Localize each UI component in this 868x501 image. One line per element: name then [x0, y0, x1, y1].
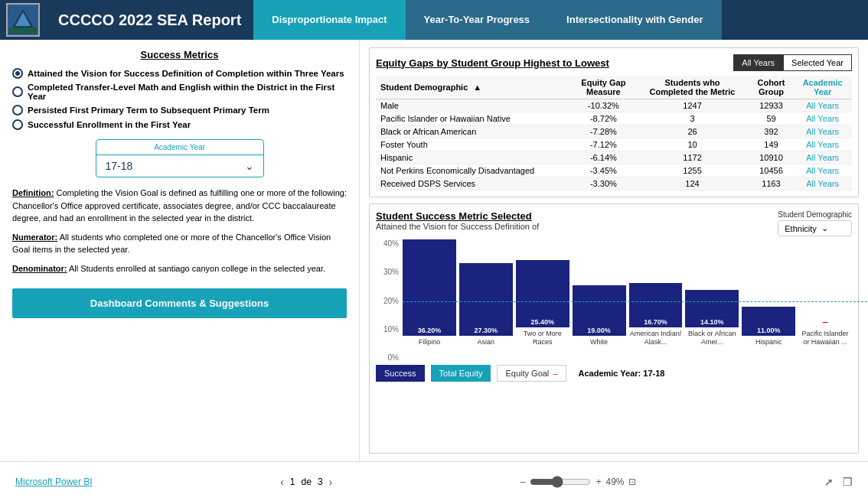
cell-cohort: 149: [749, 138, 794, 151]
fit-screen-icon[interactable]: ⊡: [628, 477, 636, 487]
cell-demographic: Not Perkins Economically Disadvantaged: [376, 164, 571, 177]
cell-students: 3: [635, 112, 749, 125]
share-icon[interactable]: ➚: [824, 476, 834, 488]
tab-disproportionate[interactable]: Disproportionate Impact: [253, 0, 405, 40]
cell-demographic: Black or African American: [376, 125, 571, 138]
equity-goal-legend-button[interactable]: Equity Goal –: [497, 365, 566, 382]
bar: 27.30%: [459, 263, 513, 337]
bar-value-label: 16.70%: [629, 318, 683, 326]
radio-circle-1[interactable]: [12, 68, 23, 79]
numerator-label: Numerator:: [12, 233, 57, 242]
cell-demographic: Hispanic: [376, 151, 571, 164]
definition-label: Definition:: [12, 188, 54, 197]
bar-x-label: Pacific Islander or Hawaiian ...: [798, 330, 852, 346]
bar: 16.70%: [629, 283, 683, 327]
cell-students: 10: [635, 138, 749, 151]
bar-value-label: 14.10%: [685, 318, 739, 326]
expand-icon[interactable]: ❐: [843, 476, 853, 488]
y-label-10: 10%: [376, 325, 399, 333]
bar: 19.00%: [573, 285, 626, 337]
table-row: Not Perkins Economically Disadvantaged -…: [376, 164, 852, 177]
radio-label-2: Completed Transfer-Level Math and Englis…: [28, 83, 347, 101]
bar-x-label: Two or More Races: [516, 330, 569, 346]
zoom-minus-icon[interactable]: –: [520, 477, 526, 487]
cell-gap: -3.45%: [571, 164, 635, 177]
zoom-plus-icon[interactable]: +: [596, 477, 601, 487]
student-demographic-dropdown[interactable]: Ethnicity ⌄: [778, 220, 852, 236]
bar-value-label: 19.00%: [573, 327, 626, 334]
bar-group: 14.10%Black or African Amer...: [685, 290, 739, 346]
powerbi-link[interactable]: Microsoft Power BI: [15, 477, 93, 487]
cell-demographic: Male: [376, 99, 571, 112]
radio-circle-2[interactable]: [12, 86, 23, 97]
zoom-slider[interactable]: [530, 476, 591, 488]
tab-intersectionality[interactable]: Intersectionality with Gender: [548, 0, 721, 40]
radio-item-4[interactable]: Successful Enrollment in the First Year: [12, 119, 347, 130]
radio-item-2[interactable]: Completed Transfer-Level Math and Englis…: [12, 83, 347, 101]
page-current: 1: [290, 477, 295, 487]
table-row: Received DSPS Services -3.30% 124 1163 A…: [376, 177, 852, 190]
chart-section: Student Success Metric Selected Attained…: [369, 203, 859, 454]
nav-tabs: Disproportionate Impact Year-To-Year Pro…: [253, 0, 868, 40]
col-cohort: CohortGroup: [749, 76, 794, 99]
chart-subtitle: Attained the Vision for Success Definiti…: [376, 222, 539, 231]
total-equity-legend-button[interactable]: Total Equity: [431, 365, 491, 382]
col-academic-year: AcademicYear: [793, 76, 852, 99]
cell-demographic: Pacific Islander or Hawaiian Native: [376, 112, 571, 125]
year-buttons: All Years Selected Year: [733, 54, 852, 71]
all-years-button[interactable]: All Years: [733, 54, 783, 71]
table-row: Black or African American -7.28% 26 392 …: [376, 125, 852, 138]
tab-year-to-year[interactable]: Year-To-Year Progress: [406, 0, 549, 40]
table-row: Hispanic -6.14% 1172 10910 All Years: [376, 151, 852, 164]
next-page-button[interactable]: ›: [329, 476, 333, 488]
academic-year-dropdown-label: Academic Year: [96, 140, 263, 155]
bar-value-label: 25.40%: [516, 318, 569, 326]
selected-year-button[interactable]: Selected Year: [783, 54, 852, 71]
chart-bars: 36.20%Filipino27.30%Asian25.40%Two or Mo…: [403, 239, 852, 346]
chart-title: Student Success Metric Selected: [376, 210, 539, 222]
prev-page-button[interactable]: ‹: [280, 476, 284, 488]
page-total: 3: [318, 477, 323, 487]
bar-x-label: White: [573, 338, 626, 346]
main-content: Success Metrics Attained the Vision for …: [0, 40, 868, 461]
definition-section: Definition: Completing the Vision Goal i…: [12, 187, 347, 225]
denominator-text: All Students enrolled at santiago canyon…: [67, 264, 326, 273]
logo-container: [0, 0, 46, 40]
svg-rect-3: [9, 28, 37, 34]
equity-table-title: Equity Gaps by Student Group Highest to …: [376, 57, 609, 69]
success-legend-button[interactable]: Success: [376, 365, 425, 382]
academic-year-dropdown-row[interactable]: 17-18 ⌄: [96, 155, 263, 177]
radio-label-1: Attained the Vision for Success Definiti…: [28, 69, 344, 78]
bar: 36.20%: [403, 239, 456, 337]
dashboard-comments-button[interactable]: Dashboard Comments & Suggestions: [12, 288, 347, 318]
col-students: Students whoCompleted the Metric: [635, 76, 749, 99]
chart-academic-year-label: Academic Year: 17-18: [579, 369, 665, 378]
bar-x-label: Hispanic: [742, 338, 795, 346]
page-of: de: [302, 477, 312, 487]
col-equity-gap: Equity GapMeasure: [571, 76, 635, 99]
col-demographic: Student Demographic ▲: [376, 76, 571, 99]
cell-cohort: 10910: [749, 151, 794, 164]
app-footer: Microsoft Power BI ‹ 1 de 3 › – + 49% ⊡ …: [0, 461, 868, 501]
cell-gap: -7.28%: [571, 125, 635, 138]
cell-gap: -10.32%: [571, 99, 635, 112]
academic-year-dropdown[interactable]: Academic Year 17-18 ⌄: [96, 139, 264, 177]
radio-item-3[interactable]: Persisted First Primary Term to Subseque…: [12, 105, 347, 115]
equity-table-section: Equity Gaps by Student Group Highest to …: [369, 47, 859, 197]
radio-item-1[interactable]: Attained the Vision for Success Definiti…: [12, 68, 347, 79]
chevron-down-icon: ⌄: [245, 160, 254, 172]
radio-label-4: Successful Enrollment in the First Year: [28, 120, 191, 129]
cell-year: All Years: [793, 112, 852, 125]
sort-icon[interactable]: ▲: [473, 83, 481, 92]
bar-x-label: Asian: [459, 338, 513, 346]
dropdown-chevron-icon: ⌄: [821, 223, 828, 233]
radio-circle-3[interactable]: [12, 105, 23, 115]
bar: 11.00%: [742, 307, 795, 337]
zoom-controls: – + 49% ⊡: [520, 476, 637, 488]
radio-circle-4[interactable]: [12, 119, 23, 130]
bar-value-label: 11.00%: [742, 327, 795, 334]
cell-year: All Years: [793, 99, 852, 112]
app-title: CCCCO 2022 SEA Report: [46, 0, 253, 40]
y-label-20: 20%: [376, 297, 399, 305]
cell-demographic: Foster Youth: [376, 138, 571, 151]
